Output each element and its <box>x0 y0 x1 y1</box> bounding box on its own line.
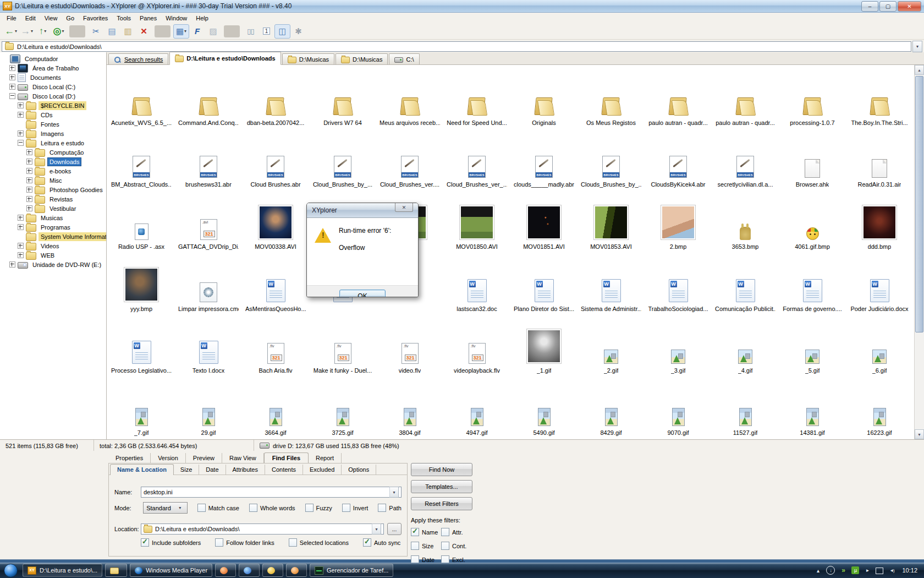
tree-item[interactable]: Musicas <box>0 213 106 222</box>
toolbar-button-icon[interactable] <box>104 24 120 39</box>
filter-checkbox[interactable]: Attr. <box>441 528 471 536</box>
tree-expander[interactable] <box>18 252 24 258</box>
find-subtab[interactable]: Name & Location <box>110 464 174 475</box>
tree-item[interactable]: Downloads <box>0 157 106 166</box>
file-item[interactable]: processing-1.0.7 <box>779 66 846 128</box>
filter-checkbox[interactable]: Name <box>411 528 441 536</box>
tree-item[interactable]: CDs <box>0 110 106 119</box>
tree-item[interactable]: System Volume Information <box>0 232 106 241</box>
file-item[interactable]: MOV00338.AVI <box>242 190 309 252</box>
minimize-button[interactable]: – <box>861 1 878 12</box>
scrollbar-thumb[interactable] <box>915 76 923 332</box>
menu-item[interactable]: View <box>40 14 62 23</box>
tree-expander[interactable] <box>26 205 32 211</box>
file-item[interactable]: MOV01851.AVI <box>510 190 578 252</box>
file-item[interactable]: 4947.gif <box>443 376 510 438</box>
file-item[interactable]: lastscan32.doc <box>443 252 510 314</box>
file-item[interactable]: Drivers W7 64 <box>309 66 376 128</box>
tree-expander[interactable] <box>26 149 32 155</box>
file-item[interactable]: Poder Judiciário.docx <box>846 252 913 314</box>
file-item[interactable]: brushesws31.abr <box>175 128 242 190</box>
panel-tab[interactable]: Report <box>309 453 342 463</box>
panel-tab[interactable]: Preview <box>186 453 222 463</box>
toolbar-button-icon[interactable] <box>19 24 35 39</box>
file-item[interactable]: 3664.gif <box>242 376 309 438</box>
taskbar-button[interactable] <box>286 564 307 577</box>
action-button[interactable]: Reset Filters <box>411 497 472 510</box>
find-subtab[interactable]: Options <box>342 465 376 475</box>
tree-expander[interactable] <box>9 84 15 90</box>
tree-item[interactable]: Revistas <box>0 194 106 204</box>
find-subtab[interactable]: Date <box>199 465 226 475</box>
toolbar-button-icon[interactable] <box>136 24 152 39</box>
file-item[interactable]: Meus arquivos receb... <box>376 66 443 128</box>
file-item[interactable]: secretlycivilian.dl.a... <box>712 128 779 190</box>
toolbar-button-icon[interactable] <box>274 24 290 39</box>
file-item[interactable]: clouds_____madly.abr <box>510 128 578 190</box>
panel-tab[interactable]: Properties <box>108 453 151 463</box>
tree-item[interactable]: Leitura e estudo <box>0 138 106 148</box>
file-item[interactable]: _7.gif <box>108 376 175 438</box>
file-item[interactable]: Radio USP - .asx <box>108 190 175 252</box>
toolbar-button-icon[interactable] <box>69 25 85 37</box>
taskbar-button[interactable] <box>262 564 283 577</box>
file-item[interactable]: Browser.ahk <box>779 128 846 190</box>
file-item[interactable]: Clouds_Brushes_by_... <box>578 128 645 190</box>
folder-tab[interactable]: D:\Leitura e estudo\Downloads <box>169 52 280 65</box>
find-option-checkbox[interactable]: Match case <box>197 504 239 512</box>
folder-tab[interactable]: D:\Musicas <box>282 53 334 64</box>
menu-item[interactable]: Window <box>161 14 191 23</box>
toolbar-button-icon[interactable] <box>189 24 205 39</box>
location-option-checkbox[interactable]: Follow folder links <box>215 538 274 547</box>
mode-select[interactable]: Standard ▾ <box>143 502 187 514</box>
tray-icon[interactable] <box>839 566 847 574</box>
ok-button[interactable]: OK <box>339 290 386 298</box>
location-option-checkbox[interactable]: Include subfolders <box>141 538 201 547</box>
tree-item[interactable]: e-books <box>0 166 106 176</box>
toolbar-button-icon[interactable] <box>3 24 19 39</box>
file-item[interactable]: paulo autran - quadr... <box>645 66 712 128</box>
tree-item[interactable]: Fontes <box>0 119 106 129</box>
file-item[interactable]: Cloud_Brushes_ver.... <box>376 128 443 190</box>
find-subtab[interactable]: Contents <box>265 465 303 475</box>
file-item[interactable]: Originals <box>510 66 578 128</box>
file-item[interactable]: _3.gif <box>645 314 712 377</box>
panel-tab[interactable]: Raw View <box>222 453 264 463</box>
file-item[interactable]: ReadAir.0.31.air <box>846 128 913 190</box>
tree-item[interactable]: Computador <box>0 54 106 63</box>
file-item[interactable]: 3653.bmp <box>712 190 779 252</box>
find-option-checkbox[interactable]: Fuzzy <box>305 504 332 512</box>
file-item[interactable]: Processo Legislativo.... <box>108 314 175 377</box>
file-item[interactable]: ddd.bmp <box>846 190 913 252</box>
folder-tab[interactable]: D:\Musicas <box>336 53 388 64</box>
file-item[interactable]: 3804.gif <box>376 376 443 438</box>
find-option-checkbox[interactable]: Whole words <box>249 504 295 512</box>
file-item[interactable]: AsMentirasQueosHo... <box>242 252 309 314</box>
toolbar-button-icon[interactable] <box>205 24 221 39</box>
file-item[interactable]: Cloud_Brushes_ver_... <box>443 128 510 190</box>
tree-expander[interactable] <box>18 215 24 221</box>
tree-item[interactable]: Disco Local (D:) <box>0 91 106 101</box>
file-item[interactable]: Cloud Brushes.abr <box>242 128 309 190</box>
find-subtab[interactable]: Attributes <box>226 465 265 475</box>
file-item[interactable]: MOV01850.AVI <box>443 190 510 252</box>
tree-expander[interactable] <box>18 224 24 230</box>
tree-expander[interactable] <box>18 102 24 108</box>
address-dropdown-button[interactable]: ▾ <box>912 41 922 52</box>
vertical-scrollbar[interactable]: ▲ ▼ <box>914 65 924 439</box>
file-item[interactable]: video.flv <box>376 314 443 377</box>
action-button[interactable]: Find Now <box>411 463 472 476</box>
name-input[interactable]: desktop.ini ▾ <box>141 487 402 498</box>
dialog-close-button[interactable]: ✕ <box>395 203 413 212</box>
file-item[interactable]: 2.bmp <box>645 190 712 252</box>
file-item[interactable]: 4061.gif.bmp <box>779 190 846 252</box>
toolbar-button-icon[interactable] <box>258 24 274 39</box>
maximize-button[interactable]: ▢ <box>879 1 897 12</box>
tray-icon[interactable] <box>888 566 895 574</box>
tree-item[interactable]: Unidade de DVD-RW (E:) <box>0 260 106 269</box>
panel-tab[interactable]: Find Files <box>264 452 309 463</box>
toolbar-button-icon[interactable] <box>120 24 136 39</box>
toolbar-button-icon[interactable] <box>155 25 170 37</box>
file-item[interactable]: Plano Diretor do Sist... <box>510 252 578 314</box>
folder-tab[interactable]: C:\ <box>389 53 419 64</box>
